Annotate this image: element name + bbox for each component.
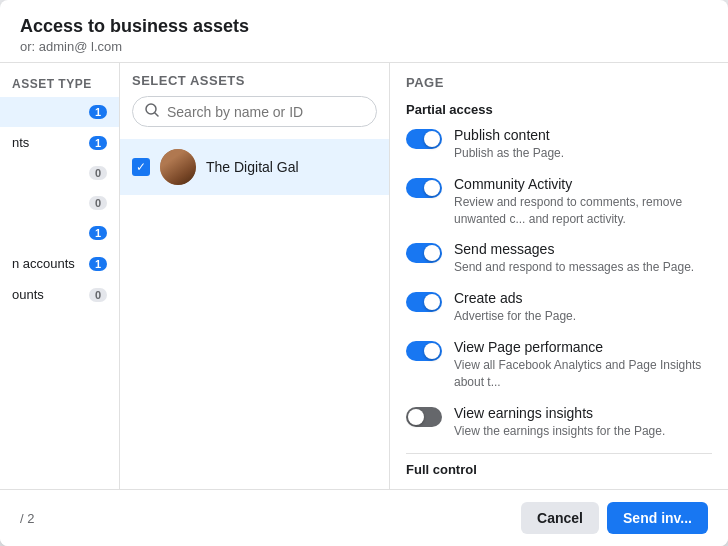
permission-label-create-ads: Create ads: [454, 290, 576, 306]
permission-item-create-ads: Create ads Advertise for the Page.: [406, 290, 712, 325]
permission-label-view-page-performance: View Page performance: [454, 339, 712, 355]
modal-container: Access to business assets or: admin@ l.c…: [0, 0, 728, 546]
avatar: [160, 149, 196, 185]
cancel-button[interactable]: Cancel: [521, 502, 599, 534]
subtitle-domain: l.com: [91, 39, 122, 54]
partial-access-title: Partial access: [406, 102, 712, 117]
asset-type-item-pages[interactable]: 1: [0, 97, 119, 127]
full-control-title: Full control: [406, 462, 712, 477]
asset-type-header: Asset type: [0, 71, 119, 97]
toggle-create-ads[interactable]: [406, 292, 442, 312]
asset-type-panel: Asset type 1 nts 1 0 0: [0, 63, 120, 489]
asset-type-item-4[interactable]: 0: [0, 188, 119, 218]
asset-type-label-nts: nts: [12, 135, 29, 150]
toggle-send-messages[interactable]: [406, 243, 442, 263]
asset-checkbox: ✓: [132, 158, 150, 176]
select-assets-header: Select assets: [120, 63, 389, 96]
toggle-view-earnings-insights[interactable]: [406, 407, 442, 427]
permission-item-publish-content: Publish content Publish as the Page.: [406, 127, 712, 162]
modal-title: Access to business assets: [20, 16, 708, 37]
asset-type-item-n-accounts[interactable]: n accounts 1: [0, 248, 119, 279]
modal-header: Access to business assets or: admin@ l.c…: [0, 0, 728, 63]
search-box[interactable]: [132, 96, 377, 127]
asset-count-ounts: 0: [89, 288, 107, 302]
asset-type-item-5[interactable]: 1: [0, 218, 119, 248]
permission-item-send-messages: Send messages Send and respond to messag…: [406, 241, 712, 276]
list-item[interactable]: ✓ The Digital Gal: [120, 139, 389, 195]
permission-item-community-activity: Community Activity Review and respond to…: [406, 176, 712, 228]
page-header: Page: [406, 75, 712, 90]
send-invite-button[interactable]: Send inv...: [607, 502, 708, 534]
select-assets-panel: Select assets ✓: [120, 63, 390, 489]
permission-desc-send-messages: Send and respond to messages as the Page…: [454, 259, 694, 276]
asset-count-pages: 1: [89, 105, 107, 119]
asset-count-4: 0: [89, 196, 107, 210]
search-input[interactable]: [167, 104, 364, 120]
check-icon: ✓: [136, 160, 146, 174]
permission-desc-view-earnings-insights: View the earnings insights for the Page.: [454, 423, 665, 440]
asset-type-label-n-accounts: n accounts: [12, 256, 75, 271]
asset-count-3: 0: [89, 166, 107, 180]
permission-label-community-activity: Community Activity: [454, 176, 712, 192]
search-icon: [145, 103, 159, 120]
asset-type-item-3[interactable]: 0: [0, 158, 119, 188]
svg-line-1: [155, 113, 158, 116]
subtitle-label: or: admin@: [20, 39, 87, 54]
permission-label-view-earnings-insights: View earnings insights: [454, 405, 665, 421]
asset-type-item-nts[interactable]: nts 1: [0, 127, 119, 158]
permission-desc-view-page-performance: View all Facebook Analytics and Page Ins…: [454, 357, 712, 391]
permission-desc-publish-content: Publish as the Page.: [454, 145, 564, 162]
toggle-publish-content[interactable]: [406, 129, 442, 149]
footer-page-number: / 2: [20, 511, 34, 526]
permission-item-view-page-performance: View Page performance View all Facebook …: [406, 339, 712, 391]
asset-type-item-ounts[interactable]: ounts 0: [0, 279, 119, 310]
permissions-panel: Page Partial access Publish content Publ…: [390, 63, 728, 489]
modal-footer: / 2 Cancel Send inv...: [0, 489, 728, 546]
footer-buttons: Cancel Send inv...: [521, 502, 708, 534]
avatar-image: [160, 149, 196, 185]
assets-list: ✓ The Digital Gal: [120, 135, 389, 489]
section-divider: [406, 453, 712, 454]
modal-body: Asset type 1 nts 1 0 0: [0, 63, 728, 489]
asset-count-nts: 1: [89, 136, 107, 150]
toggle-view-page-performance[interactable]: [406, 341, 442, 361]
permission-item-view-earnings-insights: View earnings insights View the earnings…: [406, 405, 712, 440]
permission-label-send-messages: Send messages: [454, 241, 694, 257]
asset-count-n-accounts: 1: [89, 257, 107, 271]
permission-desc-create-ads: Advertise for the Page.: [454, 308, 576, 325]
footer-page-info: / 2: [20, 511, 34, 526]
modal-subtitle: or: admin@ l.com: [20, 39, 708, 54]
modal-title-text: ccess to business assets: [33, 16, 249, 36]
asset-count-5: 1: [89, 226, 107, 240]
permission-desc-community-activity: Review and respond to comments, remove u…: [454, 194, 712, 228]
title-prefix: A: [20, 16, 33, 36]
asset-type-label-ounts: ounts: [12, 287, 44, 302]
asset-name: The Digital Gal: [206, 159, 299, 175]
permission-label-publish-content: Publish content: [454, 127, 564, 143]
toggle-community-activity[interactable]: [406, 178, 442, 198]
